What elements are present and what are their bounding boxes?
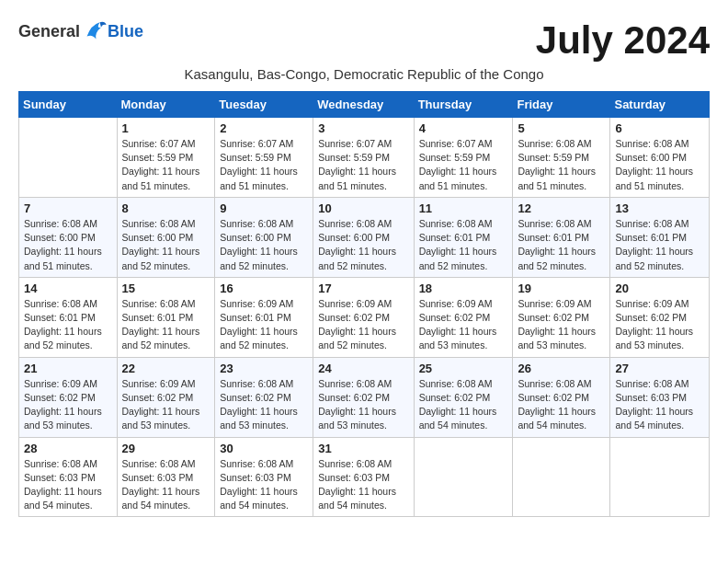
calendar-cell: 26Sunrise: 6:08 AMSunset: 6:02 PMDayligh… — [513, 357, 610, 437]
month-title: July 2024 — [536, 18, 710, 63]
day-sun-info: Sunrise: 6:09 AMSunset: 6:02 PMDaylight:… — [615, 297, 704, 353]
calendar-header-saturday: Saturday — [610, 92, 710, 118]
day-sun-info: Sunrise: 6:09 AMSunset: 6:02 PMDaylight:… — [419, 297, 508, 353]
day-sun-info: Sunrise: 6:09 AMSunset: 6:01 PMDaylight:… — [220, 297, 308, 353]
calendar-cell: 8Sunrise: 6:08 AMSunset: 6:00 PMDaylight… — [117, 197, 215, 277]
day-number: 30 — [220, 442, 308, 455]
calendar-cell: 10Sunrise: 6:08 AMSunset: 6:00 PMDayligh… — [313, 197, 414, 277]
calendar-header-wednesday: Wednesday — [313, 92, 414, 118]
day-number: 21 — [24, 362, 112, 375]
day-number: 2 — [220, 121, 308, 135]
calendar-header-sunday: Sunday — [19, 92, 118, 118]
logo-blue-text: Blue — [108, 22, 143, 41]
calendar-cell — [19, 118, 118, 198]
calendar-cell: 5Sunrise: 6:08 AMSunset: 5:59 PMDaylight… — [513, 118, 610, 198]
day-number: 1 — [122, 121, 210, 135]
calendar-week-row: 21Sunrise: 6:09 AMSunset: 6:02 PMDayligh… — [19, 357, 710, 437]
calendar-cell: 4Sunrise: 6:07 AMSunset: 5:59 PMDaylight… — [414, 118, 513, 198]
calendar-cell: 29Sunrise: 6:08 AMSunset: 6:03 PMDayligh… — [117, 437, 215, 517]
calendar-cell: 11Sunrise: 6:08 AMSunset: 6:01 PMDayligh… — [414, 197, 513, 277]
calendar-week-row: 7Sunrise: 6:08 AMSunset: 6:00 PMDaylight… — [19, 197, 710, 277]
day-number: 19 — [518, 282, 605, 295]
calendar-cell: 22Sunrise: 6:09 AMSunset: 6:02 PMDayligh… — [117, 357, 215, 437]
day-sun-info: Sunrise: 6:08 AMSunset: 6:02 PMDaylight:… — [518, 377, 605, 433]
calendar-cell — [513, 437, 610, 517]
day-number: 5 — [518, 121, 605, 135]
day-number: 26 — [518, 362, 605, 375]
calendar-cell: 28Sunrise: 6:08 AMSunset: 6:03 PMDayligh… — [19, 437, 118, 517]
day-number: 15 — [122, 282, 210, 295]
day-number: 7 — [24, 201, 112, 215]
calendar-cell: 16Sunrise: 6:09 AMSunset: 6:01 PMDayligh… — [215, 277, 313, 357]
day-number: 3 — [318, 121, 408, 135]
day-sun-info: Sunrise: 6:08 AMSunset: 6:02 PMDaylight:… — [419, 377, 508, 433]
calendar-cell: 30Sunrise: 6:08 AMSunset: 6:03 PMDayligh… — [215, 437, 313, 517]
day-sun-info: Sunrise: 6:07 AMSunset: 5:59 PMDaylight:… — [419, 137, 508, 193]
day-sun-info: Sunrise: 6:08 AMSunset: 6:01 PMDaylight:… — [419, 217, 508, 273]
day-number: 10 — [318, 201, 408, 215]
day-sun-info: Sunrise: 6:08 AMSunset: 6:03 PMDaylight:… — [24, 457, 112, 513]
calendar-cell: 6Sunrise: 6:08 AMSunset: 6:00 PMDaylight… — [610, 118, 710, 198]
day-sun-info: Sunrise: 6:09 AMSunset: 6:02 PMDaylight:… — [318, 297, 408, 353]
calendar-cell: 31Sunrise: 6:08 AMSunset: 6:03 PMDayligh… — [313, 437, 414, 517]
calendar-cell: 15Sunrise: 6:08 AMSunset: 6:01 PMDayligh… — [117, 277, 215, 357]
day-number: 22 — [122, 362, 210, 375]
day-sun-info: Sunrise: 6:08 AMSunset: 6:00 PMDaylight:… — [122, 217, 210, 273]
day-number: 13 — [615, 201, 704, 215]
day-number: 18 — [419, 282, 508, 295]
calendar-cell: 18Sunrise: 6:09 AMSunset: 6:02 PMDayligh… — [414, 277, 513, 357]
day-sun-info: Sunrise: 6:08 AMSunset: 6:01 PMDaylight:… — [24, 297, 112, 353]
day-sun-info: Sunrise: 6:08 AMSunset: 6:03 PMDaylight:… — [122, 457, 210, 513]
calendar-header-monday: Monday — [117, 92, 215, 118]
day-sun-info: Sunrise: 6:07 AMSunset: 5:59 PMDaylight:… — [122, 137, 210, 193]
calendar-week-row: 28Sunrise: 6:08 AMSunset: 6:03 PMDayligh… — [19, 437, 710, 517]
day-number: 12 — [518, 201, 605, 215]
day-number: 16 — [220, 282, 308, 295]
day-number: 24 — [318, 362, 408, 375]
calendar-cell: 3Sunrise: 6:07 AMSunset: 5:59 PMDaylight… — [313, 118, 414, 198]
calendar-cell: 19Sunrise: 6:09 AMSunset: 6:02 PMDayligh… — [513, 277, 610, 357]
day-number: 4 — [419, 121, 508, 135]
day-number: 14 — [24, 282, 112, 295]
day-number: 28 — [24, 442, 112, 455]
day-sun-info: Sunrise: 6:08 AMSunset: 6:00 PMDaylight:… — [318, 217, 408, 273]
day-number: 23 — [220, 362, 308, 375]
calendar-header-friday: Friday — [513, 92, 610, 118]
day-number: 27 — [615, 362, 704, 375]
location-title: Kasangulu, Bas-Congo, Democratic Republi… — [18, 66, 710, 82]
calendar-header-row: SundayMondayTuesdayWednesdayThursdayFrid… — [19, 92, 710, 118]
calendar-cell: 23Sunrise: 6:08 AMSunset: 6:02 PMDayligh… — [215, 357, 313, 437]
calendar-week-row: 14Sunrise: 6:08 AMSunset: 6:01 PMDayligh… — [19, 277, 710, 357]
page-header: General Blue July 2024 — [18, 18, 710, 63]
day-number: 8 — [122, 201, 210, 215]
day-number: 20 — [615, 282, 704, 295]
calendar-cell: 27Sunrise: 6:08 AMSunset: 6:03 PMDayligh… — [610, 357, 710, 437]
calendar-cell: 13Sunrise: 6:08 AMSunset: 6:01 PMDayligh… — [610, 197, 710, 277]
day-sun-info: Sunrise: 6:08 AMSunset: 6:01 PMDaylight:… — [122, 297, 210, 353]
calendar-cell: 2Sunrise: 6:07 AMSunset: 5:59 PMDaylight… — [215, 118, 313, 198]
calendar-cell: 14Sunrise: 6:08 AMSunset: 6:01 PMDayligh… — [19, 277, 118, 357]
day-sun-info: Sunrise: 6:09 AMSunset: 6:02 PMDaylight:… — [122, 377, 210, 433]
calendar-cell: 24Sunrise: 6:08 AMSunset: 6:02 PMDayligh… — [313, 357, 414, 437]
calendar-table: SundayMondayTuesdayWednesdayThursdayFrid… — [18, 91, 710, 517]
day-number: 25 — [419, 362, 508, 375]
day-number: 17 — [318, 282, 408, 295]
day-number: 31 — [318, 442, 408, 455]
day-sun-info: Sunrise: 6:08 AMSunset: 6:02 PMDaylight:… — [220, 377, 308, 433]
day-sun-info: Sunrise: 6:08 AMSunset: 6:02 PMDaylight:… — [318, 377, 408, 433]
day-sun-info: Sunrise: 6:08 AMSunset: 6:01 PMDaylight:… — [518, 217, 605, 273]
day-number: 9 — [220, 201, 308, 215]
logo-general-text: General — [18, 22, 80, 41]
day-sun-info: Sunrise: 6:09 AMSunset: 6:02 PMDaylight:… — [24, 377, 112, 433]
day-sun-info: Sunrise: 6:08 AMSunset: 6:03 PMDaylight:… — [220, 457, 308, 513]
day-sun-info: Sunrise: 6:08 AMSunset: 6:00 PMDaylight:… — [24, 217, 112, 273]
logo: General Blue — [18, 18, 143, 44]
day-sun-info: Sunrise: 6:08 AMSunset: 6:03 PMDaylight:… — [318, 457, 408, 513]
day-sun-info: Sunrise: 6:08 AMSunset: 5:59 PMDaylight:… — [518, 137, 605, 193]
calendar-week-row: 1Sunrise: 6:07 AMSunset: 5:59 PMDaylight… — [19, 118, 710, 198]
calendar-cell: 20Sunrise: 6:09 AMSunset: 6:02 PMDayligh… — [610, 277, 710, 357]
calendar-cell: 25Sunrise: 6:08 AMSunset: 6:02 PMDayligh… — [414, 357, 513, 437]
day-sun-info: Sunrise: 6:07 AMSunset: 5:59 PMDaylight:… — [220, 137, 308, 193]
day-sun-info: Sunrise: 6:08 AMSunset: 6:00 PMDaylight:… — [615, 137, 704, 193]
logo-bird-icon — [82, 18, 108, 44]
